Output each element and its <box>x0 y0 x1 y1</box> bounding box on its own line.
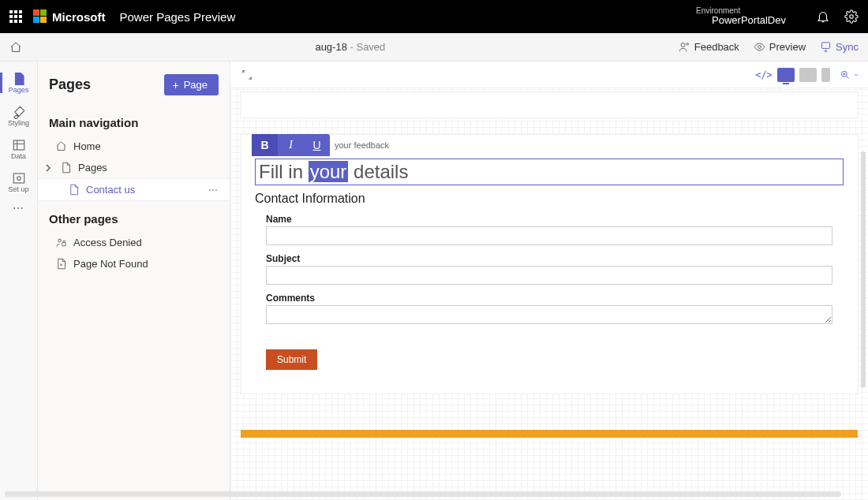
home-crumb-icon[interactable] <box>9 41 22 54</box>
desktop-view-button[interactable] <box>777 68 795 82</box>
field-subject-input[interactable] <box>266 266 832 285</box>
pages-panel-title: Pages <box>49 76 91 93</box>
feedback-button[interactable]: Feedback <box>679 41 739 53</box>
svg-point-1 <box>850 15 854 19</box>
environment-picker[interactable]: Environment PowerPortalDev <box>696 6 786 26</box>
bold-button[interactable]: B <box>252 134 278 156</box>
workspace: Pages Styling Data Set up ⋯ Pages + Page… <box>0 62 868 500</box>
breadcrumb-page: aug-18 <box>315 41 346 53</box>
svg-rect-0 <box>698 17 706 25</box>
editable-heading[interactable]: Fill in your details <box>255 159 844 185</box>
form-section[interactable]: B I U your feedback Fill in your details… <box>240 134 859 394</box>
section-other-pages: Other pages <box>38 201 230 232</box>
svg-point-2 <box>681 43 685 47</box>
rail-data[interactable]: Data <box>0 132 38 166</box>
global-header: Microsoft Power Pages Preview Environmen… <box>0 0 868 33</box>
app-launcher-icon[interactable] <box>9 10 22 23</box>
sync-button[interactable]: Sync <box>820 41 859 53</box>
svg-point-4 <box>758 46 761 49</box>
field-name-label: Name <box>266 214 832 225</box>
selected-text: your <box>309 161 349 182</box>
rail-styling[interactable]: Styling <box>0 99 38 132</box>
notifications-icon[interactable] <box>816 9 830 24</box>
nav-access-denied[interactable]: Access Denied <box>38 232 230 253</box>
code-view-button[interactable]: </> <box>755 68 773 82</box>
field-subject: Subject <box>255 253 844 285</box>
nav-page-not-found[interactable]: Page Not Found <box>38 253 230 274</box>
pages-icon <box>12 72 26 86</box>
field-comments: Comments <box>255 293 844 327</box>
breadcrumb: aug-18 - Saved <box>22 41 679 53</box>
command-bar: aug-18 - Saved Feedback Preview Sync <box>0 33 868 62</box>
tablet-view-button[interactable] <box>799 68 817 82</box>
svg-rect-5 <box>822 43 830 49</box>
home-icon <box>55 140 67 152</box>
form-subheading: Contact Information <box>255 192 844 206</box>
nav-home[interactable]: Home <box>38 136 230 157</box>
rail-more[interactable]: ⋯ <box>13 202 24 215</box>
toolbar-context-label: your feedback <box>335 140 389 150</box>
field-comments-input[interactable] <box>266 305 832 324</box>
nav-pages-group[interactable]: Pages <box>38 157 230 178</box>
svg-rect-6 <box>13 140 24 150</box>
sync-icon <box>820 41 832 53</box>
preview-icon <box>754 41 765 53</box>
text-format-toolbar: B I U your feedback <box>252 134 389 156</box>
rail-pages[interactable]: Pages <box>0 66 38 99</box>
data-icon <box>12 138 26 152</box>
zoom-button[interactable] <box>840 69 860 80</box>
svg-point-8 <box>17 177 21 181</box>
environment-icon <box>696 15 707 26</box>
field-name: Name <box>255 214 844 245</box>
canvas-scrollbar-vertical[interactable] <box>861 151 866 388</box>
page-missing-icon <box>55 258 67 270</box>
svg-rect-10 <box>62 243 65 246</box>
microsoft-logo: Microsoft <box>33 9 106 24</box>
footer-accent-strip <box>241 430 858 438</box>
left-rail: Pages Styling Data Set up ⋯ <box>0 62 38 500</box>
settings-gear-icon[interactable] <box>844 9 859 24</box>
window-scrollbar-horizontal[interactable] <box>5 491 841 497</box>
microsoft-text: Microsoft <box>52 10 106 24</box>
field-subject-label: Subject <box>266 253 832 264</box>
breadcrumb-status: Saved <box>356 41 385 53</box>
chevron-right-icon <box>44 164 52 172</box>
svg-point-9 <box>58 239 62 242</box>
expand-icon[interactable] <box>238 66 256 84</box>
microsoft-tiles-icon <box>33 9 47 24</box>
italic-button[interactable]: I <box>278 134 304 156</box>
styling-icon <box>12 105 26 119</box>
nav-item-more-icon[interactable]: ⋯ <box>208 185 219 196</box>
page-icon <box>60 162 72 174</box>
rail-setup[interactable]: Set up <box>0 166 38 199</box>
zoom-icon <box>840 69 851 80</box>
pages-panel: Pages + Page Main navigation Home Pages … <box>38 62 230 500</box>
chevron-down-icon <box>852 69 860 80</box>
submit-button[interactable]: Submit <box>266 349 317 370</box>
preview-button[interactable]: Preview <box>754 41 806 53</box>
design-canvas: </> B I U your feedback <box>230 62 868 500</box>
plus-icon: + <box>172 80 178 91</box>
product-title: Power Pages Preview <box>120 10 236 24</box>
field-name-input[interactable] <box>266 226 832 245</box>
canvas-viewport[interactable]: B I U your feedback Fill in your details… <box>230 88 868 500</box>
svg-point-3 <box>687 43 689 46</box>
environment-name: PowerPortalDev <box>712 15 786 26</box>
section-main-nav: Main navigation <box>38 105 230 136</box>
nav-contact-us[interactable]: Contact us ⋯ <box>38 178 230 201</box>
field-comments-label: Comments <box>266 293 832 304</box>
feedback-icon <box>679 41 690 53</box>
underline-button[interactable]: U <box>304 134 330 156</box>
canvas-toolbar: </> <box>230 62 868 88</box>
lock-person-icon <box>55 237 67 248</box>
page-icon <box>68 184 80 196</box>
section-block[interactable] <box>240 91 859 118</box>
setup-icon <box>12 171 26 185</box>
add-page-button[interactable]: + Page <box>164 74 219 95</box>
phone-view-button[interactable] <box>821 68 830 82</box>
svg-rect-7 <box>13 174 24 183</box>
